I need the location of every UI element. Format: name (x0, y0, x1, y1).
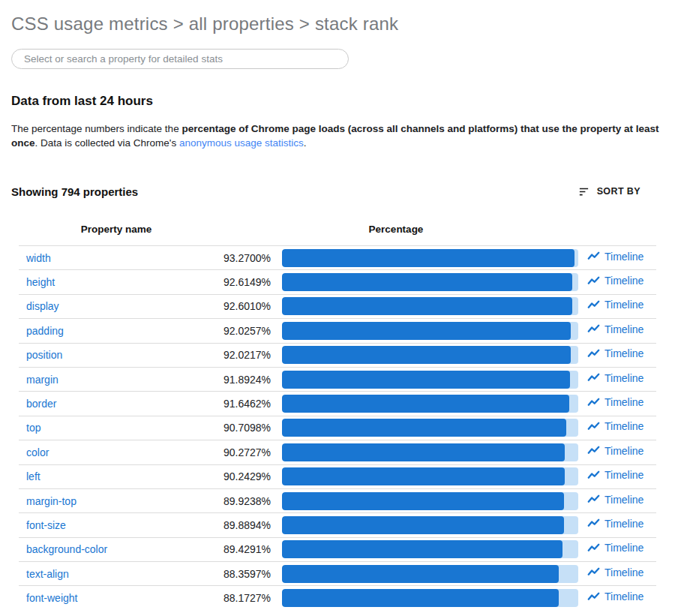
percentage-bar-track (282, 419, 578, 437)
property-link[interactable]: top (26, 422, 40, 434)
percentage-bar-track (282, 346, 578, 364)
timeline-cell: Timeline (578, 565, 656, 582)
property-link[interactable]: color (26, 446, 49, 458)
timeline-cell: Timeline (578, 371, 656, 388)
table-row: border 91.6462% Timeline (19, 391, 656, 415)
showing-count-text: Showing 794 properties (11, 185, 138, 198)
table-row: padding 92.0257% Timeline (19, 318, 656, 342)
property-link[interactable]: text-align (26, 568, 69, 580)
timeline-link[interactable]: Timeline (586, 516, 644, 530)
property-link[interactable]: padding (26, 325, 64, 337)
timeline-link[interactable]: Timeline (586, 590, 644, 604)
table-row: width 93.2700% Timeline (19, 245, 656, 269)
percentage-bar-track (282, 249, 578, 267)
timeline-label: Timeline (604, 445, 644, 457)
percentage-bar-cell (271, 395, 578, 413)
property-link[interactable]: margin-top (26, 495, 76, 507)
timeline-chart-icon (586, 468, 601, 482)
table-column-headers: Property name Percentage (19, 222, 656, 236)
timeline-link[interactable]: Timeline (586, 468, 644, 482)
percentage-bar-fill (282, 443, 565, 461)
timeline-link[interactable]: Timeline (586, 419, 644, 434)
percentage-bar-fill (282, 467, 565, 485)
property-link[interactable]: background-color (26, 543, 107, 555)
table-row: margin 91.8924% Timeline (19, 367, 656, 391)
timeline-chart-icon (586, 590, 601, 604)
percentage-bar-cell (271, 467, 578, 485)
timeline-link[interactable]: Timeline (586, 249, 644, 263)
timeline-link[interactable]: Timeline (586, 298, 644, 312)
property-search-input[interactable] (11, 49, 349, 69)
timeline-link[interactable]: Timeline (586, 274, 644, 288)
anonymous-usage-statistics-link[interactable]: anonymous usage statistics (179, 137, 304, 149)
timeline-link[interactable]: Timeline (586, 565, 644, 579)
percentage-bar-track (282, 443, 578, 461)
percentage-bar-track (282, 492, 578, 510)
column-header-percentage: Percentage (199, 224, 578, 235)
table-row: position 92.0217% Timeline (19, 343, 656, 367)
timeline-cell: Timeline (578, 274, 656, 291)
property-cell: width (19, 251, 199, 265)
timeline-chart-icon (586, 249, 601, 263)
percentage-bar-fill (282, 395, 569, 413)
percentage-bar-fill (282, 419, 566, 437)
timeline-cell: Timeline (578, 590, 656, 607)
timeline-chart-icon (586, 443, 601, 458)
percentage-value: 89.9238% (199, 495, 271, 507)
timeline-cell: Timeline (578, 541, 656, 558)
percentage-bar-fill (282, 540, 562, 558)
table-row: top 90.7098% Timeline (19, 416, 656, 440)
timeline-link[interactable]: Timeline (586, 347, 644, 361)
percentage-bar-cell (271, 540, 578, 558)
percentage-bar-track (282, 516, 578, 534)
timeline-link[interactable]: Timeline (586, 395, 644, 410)
table-row: left 90.2429% Timeline (19, 464, 656, 488)
data-range-heading: Data from last 24 hours (11, 94, 664, 109)
percentage-value: 93.2700% (199, 252, 271, 264)
property-link[interactable]: display (26, 300, 59, 312)
property-link[interactable]: height (26, 276, 55, 288)
timeline-chart-icon (586, 516, 601, 530)
timeline-link[interactable]: Timeline (586, 541, 644, 555)
percentage-bar-track (282, 540, 578, 558)
property-link[interactable]: width (26, 252, 51, 264)
description-paragraph: The percentage numbers indicate the perc… (11, 122, 665, 150)
percentage-value: 88.1727% (199, 592, 271, 604)
description-text: . Data is collected via Chrome's (35, 137, 179, 149)
property-link[interactable]: border (26, 398, 56, 410)
property-cell: background-color (19, 542, 199, 556)
timeline-chart-icon (586, 274, 601, 288)
timeline-cell: Timeline (578, 249, 656, 266)
timeline-chart-icon (586, 371, 601, 385)
percentage-bar-cell (271, 516, 578, 534)
percentage-bar-fill (282, 371, 570, 389)
stack-rank-table-body: width 93.2700% Timeline height 92.6149% (19, 245, 656, 610)
property-link[interactable]: font-weight (26, 592, 77, 604)
property-link[interactable]: position (26, 349, 62, 361)
sort-by-button[interactable]: SORT BY (576, 183, 642, 200)
timeline-link[interactable]: Timeline (586, 371, 644, 385)
timeline-link[interactable]: Timeline (586, 322, 644, 336)
description-text: . (304, 137, 307, 149)
timeline-label: Timeline (604, 566, 644, 578)
timeline-link[interactable]: Timeline (586, 492, 644, 506)
property-cell: padding (19, 324, 199, 338)
timeline-link[interactable]: Timeline (586, 443, 644, 458)
percentage-value: 91.6462% (199, 398, 271, 410)
table-row: display 92.6010% Timeline (19, 294, 656, 318)
timeline-cell: Timeline (578, 298, 656, 315)
property-link[interactable]: margin (26, 374, 58, 386)
timeline-label: Timeline (604, 299, 644, 311)
percentage-value: 90.2429% (199, 470, 271, 482)
percentage-bar-track (282, 273, 578, 291)
description-text: The percentage numbers indicate the (11, 123, 182, 134)
property-cell: font-weight (19, 591, 199, 605)
property-link[interactable]: font-size (26, 519, 66, 531)
timeline-cell: Timeline (578, 516, 656, 533)
timeline-cell: Timeline (578, 443, 656, 461)
property-cell: font-size (19, 518, 199, 532)
property-cell: height (19, 275, 199, 289)
property-link[interactable]: left (26, 470, 40, 482)
timeline-label: Timeline (604, 542, 644, 554)
timeline-chart-icon (586, 492, 601, 506)
